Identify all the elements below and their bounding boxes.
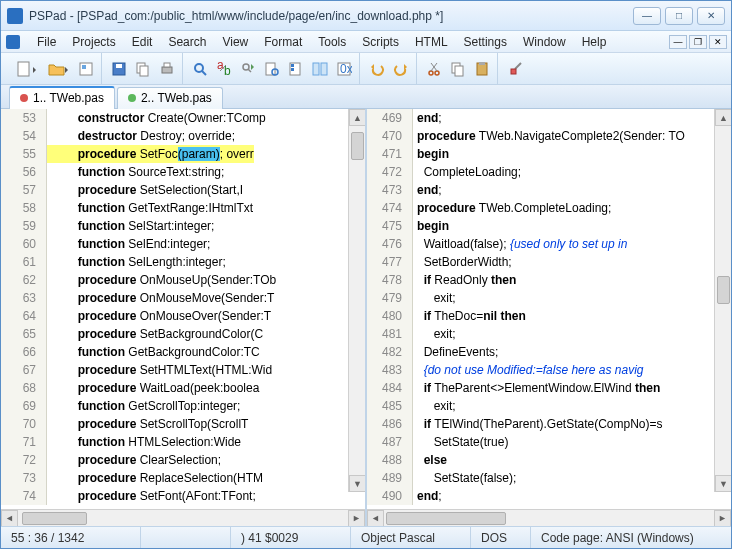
line-text: function SelStart:integer; bbox=[47, 217, 214, 235]
code-line[interactable]: 64 procedure OnMouseOver(Sender:T bbox=[1, 307, 365, 325]
code-line[interactable]: 469end; bbox=[367, 109, 731, 127]
code-line[interactable]: 71 function HTMLSelection:Wide bbox=[1, 433, 365, 451]
code-line[interactable]: 479 exit; bbox=[367, 289, 731, 307]
code-line[interactable]: 74 procedure SetFont(AFont:TFont; bbox=[1, 487, 365, 505]
tab-2-tweb-pas[interactable]: 2.. TWeb.pas bbox=[117, 87, 223, 109]
mdi-minimize-button[interactable]: — bbox=[669, 35, 687, 49]
paste-button[interactable] bbox=[471, 58, 493, 80]
code-line[interactable]: 486 if TElWind(TheParent).GetState(CompN… bbox=[367, 415, 731, 433]
code-line[interactable]: 478 if ReadOnly then bbox=[367, 271, 731, 289]
line-number: 486 bbox=[367, 415, 413, 433]
code-line[interactable]: 477 SetBorderWidth; bbox=[367, 253, 731, 271]
compare-button[interactable] bbox=[309, 58, 331, 80]
menu-search[interactable]: Search bbox=[160, 33, 214, 51]
code-line[interactable]: 55 procedure SetFoc(param); overr bbox=[1, 145, 365, 163]
hex-view-button[interactable]: 0x bbox=[333, 58, 355, 80]
left-horizontal-scrollbar[interactable]: ◄► bbox=[1, 509, 365, 526]
code-line[interactable]: 63 procedure OnMouseMove(Sender:T bbox=[1, 289, 365, 307]
right-vertical-scrollbar[interactable]: ▲▼ bbox=[714, 109, 731, 492]
new-project-button[interactable] bbox=[75, 58, 97, 80]
mdi-restore-button[interactable]: ❐ bbox=[689, 35, 707, 49]
replace-button[interactable]: ab bbox=[213, 58, 235, 80]
maximize-button[interactable]: □ bbox=[665, 7, 693, 25]
code-line[interactable]: 483 {do not use Modified:=false here as … bbox=[367, 361, 731, 379]
code-line[interactable]: 56 function SourceText:string; bbox=[1, 163, 365, 181]
code-line[interactable]: 66 function GetBackgroundColor:TC bbox=[1, 343, 365, 361]
code-line[interactable]: 73 procedure ReplaceSelection(HTM bbox=[1, 469, 365, 487]
menu-scripts[interactable]: Scripts bbox=[354, 33, 407, 51]
code-line[interactable]: 473end; bbox=[367, 181, 731, 199]
code-line[interactable]: 470procedure TWeb.NavigateComplete2(Send… bbox=[367, 127, 731, 145]
menu-file[interactable]: File bbox=[29, 33, 64, 51]
code-line[interactable]: 485 exit; bbox=[367, 397, 731, 415]
settings-button[interactable] bbox=[504, 58, 526, 80]
code-line[interactable]: 472 CompleteLoading; bbox=[367, 163, 731, 181]
left-code-viewport[interactable]: 53 constructor Create(Owner:TComp54 dest… bbox=[1, 109, 365, 509]
code-line[interactable]: 54 destructor Destroy; override; bbox=[1, 127, 365, 145]
close-button[interactable]: ✕ bbox=[697, 7, 725, 25]
code-line[interactable]: 62 procedure OnMouseUp(Sender:TOb bbox=[1, 271, 365, 289]
code-line[interactable]: 60 function SelEnd:integer; bbox=[1, 235, 365, 253]
line-number: 55 bbox=[1, 145, 47, 163]
code-line[interactable]: 70 procedure SetScrollTop(ScrollT bbox=[1, 415, 365, 433]
code-line[interactable]: 53 constructor Create(Owner:TComp bbox=[1, 109, 365, 127]
code-line[interactable]: 474procedure TWeb.CompleteLoading; bbox=[367, 199, 731, 217]
menu-html[interactable]: HTML bbox=[407, 33, 456, 51]
code-line[interactable]: 67 procedure SetHTMLText(HTML:Wid bbox=[1, 361, 365, 379]
undo-button[interactable] bbox=[366, 58, 388, 80]
menu-window[interactable]: Window bbox=[515, 33, 574, 51]
code-line[interactable]: 68 procedure WaitLoad(peek:boolea bbox=[1, 379, 365, 397]
redo-button[interactable] bbox=[390, 58, 412, 80]
code-line[interactable]: 490end; bbox=[367, 487, 731, 505]
code-line[interactable]: 488 else bbox=[367, 451, 731, 469]
save-button[interactable] bbox=[108, 58, 130, 80]
titlebar[interactable]: PSPad - [PSPad_com:/public_html/www/incl… bbox=[1, 1, 731, 31]
right-code-viewport[interactable]: 469end;470procedure TWeb.NavigateComplet… bbox=[367, 109, 731, 509]
code-line[interactable]: 59 function SelStart:integer; bbox=[1, 217, 365, 235]
find-next-button[interactable] bbox=[237, 58, 259, 80]
minimize-button[interactable]: — bbox=[633, 7, 661, 25]
find-in-files-button[interactable] bbox=[261, 58, 283, 80]
menu-edit[interactable]: Edit bbox=[124, 33, 161, 51]
line-text: exit; bbox=[413, 397, 456, 415]
copy-button[interactable] bbox=[132, 58, 154, 80]
menu-tools[interactable]: Tools bbox=[310, 33, 354, 51]
code-line[interactable]: 476 Waitload(false); {used only to set u… bbox=[367, 235, 731, 253]
code-line[interactable]: 61 function SelLength:integer; bbox=[1, 253, 365, 271]
code-line[interactable]: 72 procedure ClearSelection; bbox=[1, 451, 365, 469]
right-horizontal-scrollbar[interactable]: ◄► bbox=[367, 509, 731, 526]
svg-line-11 bbox=[202, 71, 206, 75]
search-button[interactable] bbox=[189, 58, 211, 80]
menu-view[interactable]: View bbox=[214, 33, 256, 51]
left-vertical-scrollbar[interactable]: ▲▼ bbox=[348, 109, 365, 492]
line-number: 470 bbox=[367, 127, 413, 145]
print-button[interactable] bbox=[156, 58, 178, 80]
tab-1-tweb-pas[interactable]: 1.. TWeb.pas bbox=[9, 86, 115, 109]
line-number: 74 bbox=[1, 487, 47, 505]
copy-clipboard-button[interactable] bbox=[447, 58, 469, 80]
menu-format[interactable]: Format bbox=[256, 33, 310, 51]
new-file-button[interactable] bbox=[11, 58, 41, 80]
code-line[interactable]: 482 DefineEvents; bbox=[367, 343, 731, 361]
code-line[interactable]: 487 SetState(true) bbox=[367, 433, 731, 451]
mdi-close-button[interactable]: ✕ bbox=[709, 35, 727, 49]
code-line[interactable]: 58 function GetTextRange:IHtmlTxt bbox=[1, 199, 365, 217]
svg-rect-5 bbox=[116, 64, 122, 68]
cut-button[interactable] bbox=[423, 58, 445, 80]
menu-settings[interactable]: Settings bbox=[456, 33, 515, 51]
code-line[interactable]: 475begin bbox=[367, 217, 731, 235]
code-line[interactable]: 471begin bbox=[367, 145, 731, 163]
code-line[interactable]: 489 SetState(false); bbox=[367, 469, 731, 487]
code-line[interactable]: 484 if TheParent<>ElementWindow.ElWind t… bbox=[367, 379, 731, 397]
code-line[interactable]: 57 procedure SetSelection(Start,I bbox=[1, 181, 365, 199]
menu-help[interactable]: Help bbox=[574, 33, 615, 51]
open-file-button[interactable] bbox=[43, 58, 73, 80]
code-line[interactable]: 65 procedure SetBackgroundColor(C bbox=[1, 325, 365, 343]
menu-projects[interactable]: Projects bbox=[64, 33, 123, 51]
code-line[interactable]: 481 exit; bbox=[367, 325, 731, 343]
code-line[interactable]: 480 if TheDoc=nil then bbox=[367, 307, 731, 325]
app-menu-icon[interactable] bbox=[5, 34, 21, 50]
line-text: begin bbox=[413, 217, 449, 235]
bookmark-button[interactable] bbox=[285, 58, 307, 80]
code-line[interactable]: 69 function GetScrollTop:integer; bbox=[1, 397, 365, 415]
